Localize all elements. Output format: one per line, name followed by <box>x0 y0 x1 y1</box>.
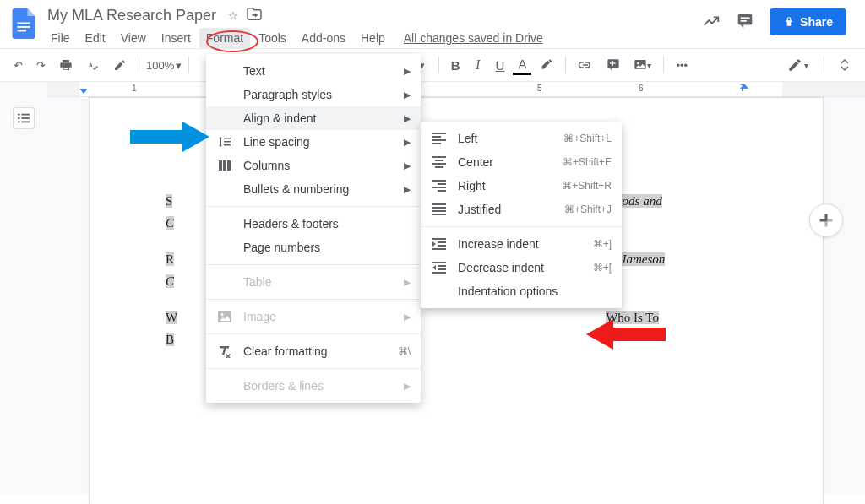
menu-edit[interactable]: Edit <box>79 28 112 48</box>
expand-icon[interactable] <box>833 55 857 75</box>
line-spacing-icon <box>216 135 233 149</box>
svg-rect-36 <box>432 187 446 188</box>
spellcheck-icon[interactable] <box>81 55 105 75</box>
menu-text[interactable]: Text▶ <box>206 59 421 83</box>
insert-link-icon[interactable] <box>573 56 598 74</box>
underline-button[interactable]: U <box>491 55 510 76</box>
svg-rect-30 <box>432 156 446 158</box>
align-indent-submenu: Left⌘+Shift+L Center⌘+Shift+E Right⌘+Shi… <box>421 122 622 308</box>
svg-rect-23 <box>227 160 231 171</box>
text-color-button[interactable]: A <box>513 56 531 75</box>
svg-rect-35 <box>438 183 446 185</box>
submenu-align-justified[interactable]: Justified⌘+Shift+J <box>421 198 622 221</box>
svg-rect-28 <box>432 139 446 141</box>
menu-help[interactable]: Help <box>354 28 392 48</box>
menu-paragraph-styles[interactable]: Paragraph styles▶ <box>206 83 421 106</box>
menu-insert[interactable]: Insert <box>155 28 198 48</box>
svg-rect-12 <box>21 114 30 116</box>
move-to-folder-icon[interactable] <box>247 8 262 24</box>
share-button[interactable]: Share <box>770 8 846 35</box>
svg-rect-27 <box>432 136 441 138</box>
svg-rect-11 <box>18 114 20 116</box>
svg-rect-20 <box>825 220 828 227</box>
svg-rect-46 <box>432 262 446 263</box>
highlight-button[interactable] <box>535 55 558 75</box>
ruler-tick: 6 <box>639 84 644 93</box>
svg-rect-38 <box>432 203 446 205</box>
horizontal-ruler[interactable]: 1 3 5 6 7 <box>47 82 865 97</box>
body-text: W <box>166 311 177 324</box>
menu-borders-lines: Borders & lines▶ <box>206 374 421 398</box>
svg-rect-0 <box>18 23 30 24</box>
left-indent-marker[interactable] <box>79 89 88 94</box>
explore-button[interactable] <box>809 203 843 237</box>
menu-tools[interactable]: Tools <box>252 28 293 48</box>
share-label: Share <box>800 15 833 29</box>
menu-clear-formatting[interactable]: Clear formatting⌘\ <box>206 339 421 363</box>
activity-icon[interactable] <box>702 12 721 33</box>
editing-mode-button[interactable]: ▾ <box>782 54 815 76</box>
submenu-increase-indent[interactable]: Increase indent⌘+] <box>421 232 622 256</box>
insert-image-icon[interactable]: ▾ <box>628 55 656 75</box>
svg-rect-22 <box>223 160 226 171</box>
decrease-indent-icon <box>431 262 448 274</box>
submenu-indentation-options[interactable]: Indentation options <box>421 279 622 303</box>
menu-bullets-numbering[interactable]: Bullets & numbering▶ <box>206 177 421 201</box>
svg-rect-37 <box>438 190 446 192</box>
docs-logo[interactable] <box>8 5 39 42</box>
svg-rect-44 <box>438 245 446 247</box>
menu-columns[interactable]: Columns▶ <box>206 154 421 177</box>
body-text: C <box>166 216 174 230</box>
svg-rect-1 <box>18 26 30 28</box>
svg-rect-47 <box>438 265 446 267</box>
zoom-select[interactable]: 100% ▾ <box>146 59 182 72</box>
star-icon[interactable]: ☆ <box>228 9 238 22</box>
svg-rect-39 <box>432 207 446 209</box>
align-left-icon <box>431 133 448 144</box>
svg-point-25 <box>221 313 224 316</box>
submenu-align-left[interactable]: Left⌘+Shift+L <box>421 127 622 150</box>
redo-icon[interactable]: ↷ <box>31 56 51 75</box>
menu-page-numbers[interactable]: Page numbers <box>206 236 421 259</box>
menu-image: Image▶ <box>206 305 421 328</box>
insert-comment-icon[interactable] <box>601 55 625 75</box>
chevron-down-icon: ▾ <box>647 61 651 70</box>
save-status[interactable]: All changes saved in Drive <box>404 31 543 45</box>
undo-icon[interactable]: ↶ <box>8 56 28 75</box>
bold-button[interactable]: B <box>446 55 465 76</box>
print-icon[interactable] <box>54 55 78 75</box>
paint-format-icon[interactable] <box>108 55 132 75</box>
svg-point-10 <box>637 62 639 65</box>
submenu-align-right[interactable]: Right⌘+Shift+R <box>421 174 622 198</box>
clear-formatting-icon <box>216 344 233 358</box>
svg-rect-33 <box>435 166 443 168</box>
right-indent-marker[interactable] <box>740 84 748 89</box>
more-button[interactable]: ••• <box>671 56 693 75</box>
body-text: Who Is To <box>606 311 659 324</box>
menu-format[interactable]: Format <box>199 28 250 48</box>
toolbar: ↶ ↷ 100% ▾ 11 ▾ B I U A ▾ ••• ▾ <box>0 48 865 82</box>
menu-file[interactable]: File <box>44 28 77 48</box>
svg-rect-45 <box>432 248 446 250</box>
comments-icon[interactable] <box>736 12 754 33</box>
menu-line-spacing[interactable]: Line spacing▶ <box>206 130 421 154</box>
document-title[interactable]: My MLA Research Paper <box>44 5 220 26</box>
chevron-down-icon: ▾ <box>176 59 182 72</box>
submenu-decrease-indent[interactable]: Decrease indent⌘+[ <box>421 256 622 279</box>
submenu-align-center[interactable]: Center⌘+Shift+E <box>421 150 622 174</box>
svg-rect-21 <box>219 160 222 171</box>
menu-addons[interactable]: Add-ons <box>295 28 352 48</box>
menu-align-indent[interactable]: Align & indent▶ <box>206 106 421 130</box>
svg-rect-32 <box>432 163 446 165</box>
body-text: B <box>166 333 174 346</box>
ruler-tick: 1 <box>132 84 137 93</box>
italic-button[interactable]: I <box>469 54 487 76</box>
zoom-value: 100% <box>146 59 174 72</box>
menu-view[interactable]: View <box>114 28 153 48</box>
svg-rect-42 <box>432 238 446 240</box>
outline-toggle-icon[interactable] <box>13 107 35 129</box>
menu-headers-footers[interactable]: Headers & footers <box>206 212 421 236</box>
svg-rect-41 <box>432 214 446 215</box>
svg-rect-13 <box>18 117 20 119</box>
chevron-down-icon: ▾ <box>804 61 808 70</box>
